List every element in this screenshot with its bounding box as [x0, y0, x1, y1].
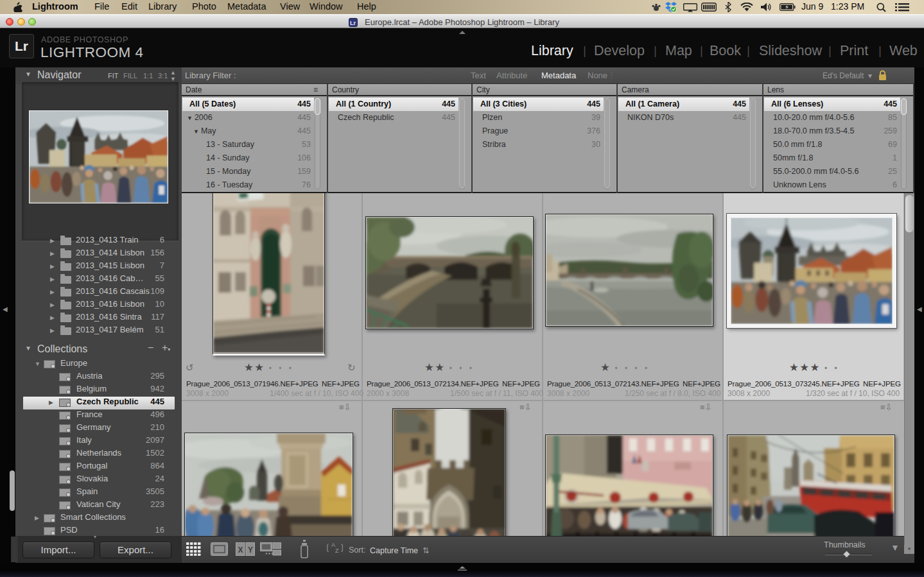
svg-text:Y: Y: [248, 546, 253, 555]
svg-text:X: X: [238, 546, 243, 555]
